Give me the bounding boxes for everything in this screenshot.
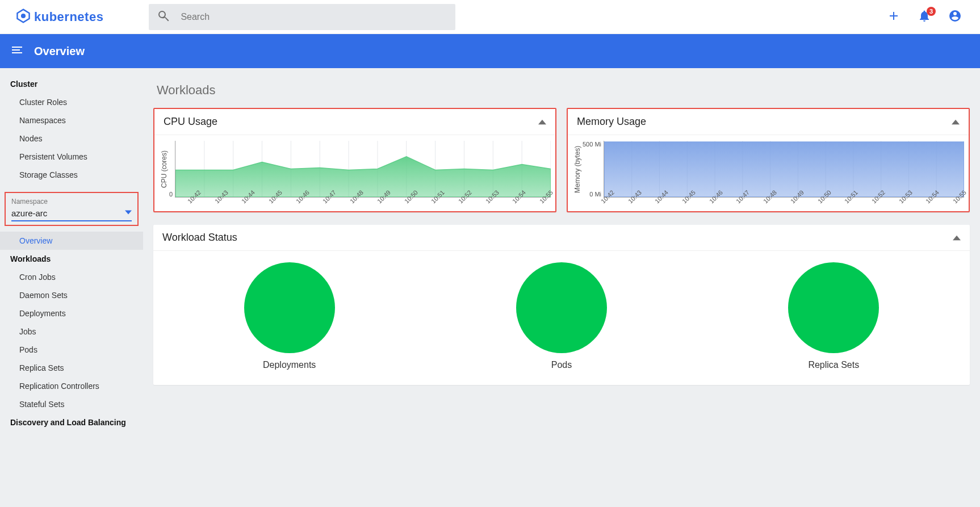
account-button[interactable] [948, 9, 962, 25]
search-icon [157, 9, 181, 25]
status-label-pods: Pods [551, 360, 572, 370]
mem-y-axis-label: Memory (bytes) [572, 141, 583, 198]
sidebar-section-workloads[interactable]: Workloads [0, 250, 143, 268]
cpu-y-axis-label: CPU (cores) [159, 141, 169, 198]
cpu-ytick-bottom: 0 [169, 191, 173, 198]
topbar-actions: 3 [887, 9, 962, 25]
sidebar-item-replica-sets[interactable]: Replica Sets [0, 359, 143, 377]
sidebar-section-cluster[interactable]: Cluster [0, 75, 143, 93]
search-input[interactable] [181, 12, 447, 22]
brand-logo[interactable]: kubernetes [16, 9, 103, 26]
status-label-replicasets: Replica Sets [808, 360, 859, 370]
sidebar-item-storage-classes[interactable]: Storage Classes [0, 166, 143, 184]
plus-icon [887, 9, 901, 25]
namespace-label: Namespace [11, 198, 132, 206]
svg-point-1 [21, 13, 26, 18]
collapse-cpu-button[interactable] [538, 118, 546, 126]
namespace-value: azure-arc [11, 208, 47, 218]
sidebar-item-deployments[interactable]: Deployments [0, 304, 143, 322]
notification-badge: 3 [927, 7, 936, 16]
status-replicasets: Replica Sets [788, 262, 879, 370]
status-pods: Pods [516, 262, 607, 370]
collapse-mem-button[interactable] [952, 118, 960, 126]
status-circle-replicasets [788, 262, 879, 353]
sidebar-item-stateful-sets[interactable]: Stateful Sets [0, 395, 143, 413]
namespace-selector: Namespace azure-arc [5, 192, 139, 226]
status-deployments: Deployments [244, 262, 335, 370]
user-icon [948, 9, 962, 25]
sidebar-section-discovery[interactable]: Discovery and Load Balancing [0, 413, 143, 431]
namespace-select[interactable]: azure-arc [11, 206, 132, 221]
mem-ytick-top: 500 Mi [583, 141, 601, 148]
sidebar-item-persistent-volumes[interactable]: Persistent Volumes [0, 148, 143, 166]
sidebar: Cluster Cluster Roles Namespaces Nodes P… [0, 68, 143, 431]
mem-ytick-bottom: 0 Mi [589, 191, 601, 198]
menu-icon[interactable] [10, 43, 34, 59]
sidebar-item-cron-jobs[interactable]: Cron Jobs [0, 268, 143, 286]
sidebar-item-pods[interactable]: Pods [0, 341, 143, 359]
sidebar-item-nodes[interactable]: Nodes [0, 129, 143, 148]
collapse-status-button[interactable] [953, 234, 961, 242]
sidebar-item-jobs[interactable]: Jobs [0, 322, 143, 341]
cpu-chart: CPU (cores) 0 10:4210:4310:4410:4510:461… [154, 135, 555, 211]
workload-status-card: Workload Status Deployments Pods Replica… [153, 225, 970, 385]
dropdown-icon [125, 208, 132, 218]
top-bar: kubernetes 3 [0, 0, 980, 34]
status-circle-pods [516, 262, 607, 353]
create-button[interactable] [887, 9, 901, 25]
page-header-title: Overview [34, 45, 85, 58]
brand-name: kubernetes [34, 10, 103, 24]
mem-card-title: Memory Usage [577, 116, 646, 128]
cpu-usage-card: CPU Usage CPU (cores) 0 10:4210:4310:441… [153, 108, 556, 212]
kubernetes-logo-icon [16, 9, 31, 26]
main-content: Workloads CPU Usage CPU (cores) 0 [143, 68, 980, 431]
search-box[interactable] [149, 4, 455, 30]
cpu-card-title: CPU Usage [164, 116, 217, 128]
sidebar-item-daemon-sets[interactable]: Daemon Sets [0, 286, 143, 304]
memory-usage-card: Memory Usage Memory (bytes) 500 Mi 0 Mi … [567, 108, 970, 212]
sidebar-item-cluster-roles[interactable]: Cluster Roles [0, 93, 143, 111]
mem-chart: Memory (bytes) 500 Mi 0 Mi 10:4210:4310:… [568, 135, 969, 211]
sidebar-item-overview[interactable]: Overview [0, 232, 143, 250]
page-header-bar: Overview [0, 34, 980, 68]
status-circle-deployments [244, 262, 335, 353]
notifications-button[interactable]: 3 [918, 9, 931, 25]
workload-status-title: Workload Status [162, 232, 237, 244]
sidebar-item-replication-controllers[interactable]: Replication Controllers [0, 377, 143, 395]
page-title: Workloads [157, 83, 970, 98]
status-label-deployments: Deployments [263, 360, 316, 370]
sidebar-item-namespaces[interactable]: Namespaces [0, 111, 143, 129]
